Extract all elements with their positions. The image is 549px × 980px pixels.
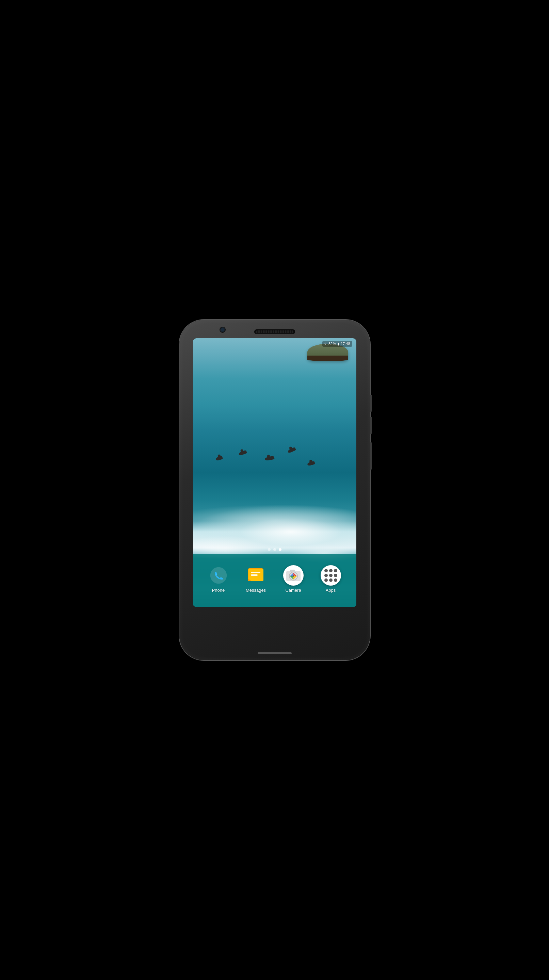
page-indicator — [193, 548, 356, 551]
status-right: ✈ 32% ▮ 17:48 — [322, 341, 352, 347]
grid-dot-3 — [334, 569, 337, 572]
grid-dot-1 — [325, 569, 328, 572]
status-bar: ✈ 32% ▮ 17:48 — [193, 338, 356, 349]
svg-rect-4 — [251, 574, 258, 576]
battery-percent: 32% — [328, 342, 336, 346]
home-indicator — [258, 652, 292, 654]
grid-dot-4 — [325, 574, 328, 577]
apps-label: Apps — [326, 588, 336, 593]
svg-rect-3 — [251, 572, 260, 573]
airplane-mode-icon: ✈ — [325, 342, 327, 346]
grid-dot-6 — [334, 574, 337, 577]
clock: 17:48 — [341, 342, 350, 346]
dock-item-camera[interactable]: Camera — [275, 565, 312, 593]
page-dot-1 — [268, 548, 271, 551]
phone-label: Phone — [212, 588, 225, 593]
grid-dot-8 — [329, 579, 333, 582]
volume-up-button[interactable] — [370, 395, 372, 412]
front-camera — [220, 327, 225, 332]
dock-item-phone[interactable]: Phone — [200, 565, 237, 593]
grid-dot-9 — [334, 579, 337, 582]
svg-point-0 — [210, 567, 227, 584]
battery-icon: ▮ — [337, 342, 339, 346]
messages-app-icon — [246, 565, 266, 585]
phone-device: ✈ 32% ▮ 17:48 — [179, 320, 370, 660]
grid-dot-7 — [325, 579, 328, 582]
camera-app-icon — [283, 565, 304, 585]
speaker-grille — [254, 329, 295, 334]
page-dot-3 — [279, 548, 282, 551]
volume-down-button[interactable] — [370, 417, 372, 434]
page-dot-2 — [273, 548, 276, 551]
dock-item-apps[interactable]: Apps — [312, 565, 350, 593]
svg-point-10 — [292, 575, 294, 577]
apps-app-icon — [321, 565, 341, 585]
grid-dot-5 — [329, 574, 333, 577]
dock-item-messages[interactable]: Messages — [237, 565, 275, 593]
svg-rect-6 — [290, 570, 295, 572]
phone-screen: ✈ 32% ▮ 17:48 — [193, 338, 356, 607]
dock: Phone Messages — [193, 554, 356, 607]
apps-grid — [325, 569, 337, 582]
power-button[interactable] — [370, 442, 372, 469]
phone-app-icon — [208, 565, 229, 585]
camera-label: Camera — [285, 588, 301, 593]
grid-dot-2 — [329, 569, 333, 572]
messages-label: Messages — [246, 588, 266, 593]
